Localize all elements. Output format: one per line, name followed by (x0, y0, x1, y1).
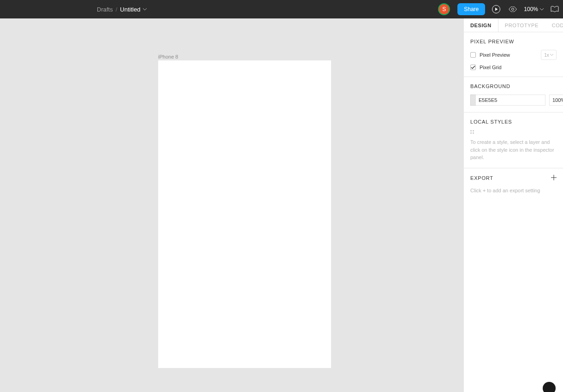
library-icon[interactable] (549, 4, 560, 15)
section-local-styles: LOCAL STYLES To create a style, select a… (464, 113, 563, 168)
pixel-scale-select[interactable]: 1x (541, 50, 557, 60)
toolbar-right: S Share 100% (438, 0, 563, 18)
local-styles-hint: To create a style, select a layer and cl… (470, 138, 557, 161)
export-hint: Click + to add an export setting (470, 187, 557, 195)
inspector-panel: DESIGN PROTOTYPE CODE PIXEL PREVIEW Pixe… (463, 18, 563, 392)
chevron-down-icon (540, 8, 544, 11)
present-icon[interactable] (491, 4, 502, 15)
background-title: BACKGROUND (470, 83, 557, 89)
add-export-icon[interactable] (551, 175, 557, 181)
pixel-preview-label: Pixel Preview (480, 52, 510, 58)
breadcrumb-separator: / (116, 6, 118, 13)
pixel-grid-checkbox[interactable] (470, 65, 476, 70)
frame-label[interactable]: iPhone 8 (158, 54, 178, 59)
section-export: EXPORT Click + to add an export setting (464, 168, 563, 201)
pixel-grid-label: Pixel Grid (480, 65, 502, 70)
export-title: EXPORT (470, 175, 493, 181)
chevron-down-icon (143, 8, 147, 11)
breadcrumb-folder[interactable]: Drafts (97, 6, 113, 13)
svg-point-1 (512, 8, 514, 11)
chevron-down-icon (550, 54, 553, 56)
tab-prototype[interactable]: PROTOTYPE (498, 18, 545, 32)
workspace: iPhone 8 DESIGN PROTOTYPE CODE PIXEL PRE… (0, 18, 563, 392)
zoom-control[interactable]: 100% (524, 6, 544, 12)
pixel-preview-title: PIXEL PREVIEW (470, 39, 557, 44)
background-hex-input[interactable] (476, 95, 545, 106)
tab-code[interactable]: CODE (545, 18, 563, 32)
breadcrumb: Drafts / Untitled (0, 6, 147, 13)
pixel-scale-value: 1x (544, 53, 549, 58)
view-icon[interactable] (507, 4, 518, 15)
section-pixel-preview: PIXEL PREVIEW Pixel Preview 1x Pixel Gri… (464, 32, 563, 77)
panel-tabs: DESIGN PROTOTYPE CODE (464, 18, 563, 32)
pixel-preview-checkbox[interactable] (470, 52, 476, 58)
share-button[interactable]: Share (457, 3, 485, 15)
frame-iphone-8[interactable] (158, 60, 331, 368)
tab-design[interactable]: DESIGN (464, 18, 498, 32)
top-toolbar: Drafts / Untitled S Share 100% (0, 0, 563, 18)
styles-grid-icon (470, 130, 475, 134)
section-background: BACKGROUND (464, 77, 563, 113)
breadcrumb-file[interactable]: Untitled (120, 6, 147, 13)
zoom-value: 100% (524, 6, 538, 12)
canvas-area[interactable]: iPhone 8 (0, 18, 463, 392)
breadcrumb-file-label: Untitled (120, 6, 140, 13)
user-avatar[interactable]: S (438, 3, 450, 15)
avatar-initial: S (442, 6, 446, 12)
help-fab[interactable] (543, 382, 556, 392)
local-styles-title: LOCAL STYLES (470, 119, 557, 125)
background-opacity-input[interactable] (549, 95, 563, 106)
